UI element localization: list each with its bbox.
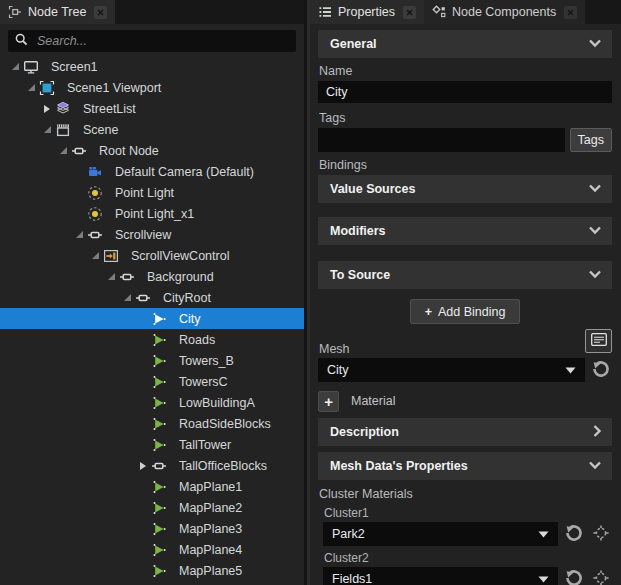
tab-node-tree[interactable]: Node Tree <box>0 0 115 24</box>
tree-row-background[interactable]: Background <box>0 266 304 287</box>
node-tree-icon <box>8 5 22 19</box>
tree-row-cityroot[interactable]: CityRoot <box>0 287 304 308</box>
tree-row-scrollview[interactable]: Scrollview <box>0 224 304 245</box>
tree-row-mapplane5[interactable]: MapPlane5 <box>0 560 304 581</box>
description-section-header[interactable]: Description <box>318 418 612 446</box>
tree-node-label: RoadSideBlocks <box>179 417 271 431</box>
node-tree-search[interactable] <box>8 30 296 52</box>
collapsed-arrow-icon[interactable] <box>136 462 150 470</box>
light-icon <box>86 206 104 222</box>
chevron-down-icon <box>588 182 602 196</box>
add-material-button[interactable]: + <box>318 391 339 412</box>
tree-row-point-light[interactable]: Point Light <box>0 182 304 203</box>
tree-row-mapplane2[interactable]: MapPlane2 <box>0 497 304 518</box>
tree-row-screen1[interactable]: Screen1 <box>0 56 304 77</box>
expanded-arrow-icon[interactable] <box>72 231 86 238</box>
expanded-arrow-icon[interactable] <box>24 84 38 91</box>
tree-node-label: TowersC <box>179 375 228 389</box>
tree-row-talltower[interactable]: TallTower <box>0 434 304 455</box>
mesh-panel-button[interactable] <box>585 329 612 353</box>
mesh-icon <box>150 416 168 432</box>
screen-icon <box>22 59 40 75</box>
revert-mesh-button[interactable] <box>590 359 612 381</box>
mesh-data-header-label: Mesh Data's Properties <box>330 459 468 473</box>
tree-node-label: CityRoot <box>163 291 211 305</box>
tree-row-roadsideblocks[interactable]: RoadSideBlocks <box>0 413 304 434</box>
tree-row-mapplane3[interactable]: MapPlane3 <box>0 518 304 539</box>
chevron-down-icon <box>588 459 602 473</box>
tags-button[interactable]: Tags <box>570 128 612 152</box>
viewport-icon <box>38 80 56 96</box>
tree-row-streetlist[interactable]: StreetList <box>0 98 304 119</box>
tree-node-label: TallOfficeBlocks <box>179 459 267 473</box>
node-components-icon <box>432 5 446 19</box>
dropdown-arrow-icon <box>565 363 576 377</box>
general-section-header[interactable]: General <box>318 30 612 58</box>
tree-row-city[interactable]: City <box>0 308 304 329</box>
expanded-arrow-icon[interactable] <box>8 63 22 70</box>
mesh-icon <box>150 437 168 453</box>
mesh-icon <box>150 311 168 327</box>
tags-field[interactable] <box>318 128 565 152</box>
mesh-dropdown-value: City <box>327 363 565 377</box>
close-icon[interactable] <box>403 6 416 19</box>
tab-node-components[interactable]: Node Components <box>424 0 585 24</box>
mesh-icon <box>150 563 168 579</box>
mesh-icon <box>150 542 168 558</box>
tree-row-scene1-viewport[interactable]: Scene1 Viewport <box>0 77 304 98</box>
expanded-arrow-icon[interactable] <box>88 252 102 259</box>
cluster1-material-value: Park2 <box>332 527 538 541</box>
close-icon[interactable] <box>564 6 577 19</box>
tree-row-towers-b[interactable]: Towers_B <box>0 350 304 371</box>
tree-node-label: MapPlane4 <box>179 543 242 557</box>
tree-row-tallofficeblocks[interactable]: TallOfficeBlocks <box>0 455 304 476</box>
tree-row-towersc[interactable]: TowersC <box>0 371 304 392</box>
node-icon <box>118 269 136 285</box>
tree-node-label: Towers_B <box>179 354 234 368</box>
tree-row-default-camera-default-[interactable]: Default Camera (Default) <box>0 161 304 182</box>
name-field[interactable] <box>318 81 612 103</box>
tree-row-lowbuildinga[interactable]: LowBuildingA <box>0 392 304 413</box>
tree-row-point-light-x1[interactable]: Point Light_x1 <box>0 203 304 224</box>
revert-cluster2-button[interactable] <box>563 568 585 585</box>
revert-cluster1-button[interactable] <box>563 523 585 545</box>
tree-row-scrollviewcontrol[interactable]: ScrollViewControl <box>0 245 304 266</box>
value-sources-section-header[interactable]: Value Sources <box>318 175 612 203</box>
cluster-materials-label: Cluster Materials <box>319 487 611 501</box>
mesh-data-section-header[interactable]: Mesh Data's Properties <box>318 452 612 480</box>
add-binding-button[interactable]: + Add Binding <box>410 299 521 324</box>
cluster2-material-dropdown[interactable]: Fields1 <box>323 567 558 585</box>
to-source-section-header[interactable]: To Source <box>318 261 612 289</box>
tree-row-root-node[interactable]: Root Node <box>0 140 304 161</box>
tree-row-roads[interactable]: Roads <box>0 329 304 350</box>
expanded-arrow-icon[interactable] <box>56 147 70 154</box>
tab-node-components-label: Node Components <box>452 5 556 19</box>
chevron-right-icon <box>593 424 602 441</box>
expanded-arrow-icon[interactable] <box>120 294 134 301</box>
tree-row-mapplane1[interactable]: MapPlane1 <box>0 476 304 497</box>
search-input[interactable] <box>35 33 289 49</box>
crosshair-icon <box>592 569 610 585</box>
modifiers-section-header[interactable]: Modifiers <box>318 217 612 245</box>
close-icon[interactable] <box>94 6 107 19</box>
locate-cluster1-button[interactable] <box>590 523 612 545</box>
tree-node-label: StreetList <box>83 102 136 116</box>
cluster1-material-dropdown[interactable]: Park2 <box>323 522 558 546</box>
modifiers-header-label: Modifiers <box>330 224 386 238</box>
expanded-arrow-icon[interactable] <box>40 126 54 133</box>
layers-icon <box>54 101 72 117</box>
expanded-arrow-icon[interactable] <box>104 273 118 280</box>
mesh-dropdown[interactable]: City <box>318 358 585 382</box>
tree-row-scene[interactable]: Scene <box>0 119 304 140</box>
mesh-icon <box>150 374 168 390</box>
tree-row-mapplane4[interactable]: MapPlane4 <box>0 539 304 560</box>
tree-node-label: LowBuildingA <box>179 396 255 410</box>
collapsed-arrow-icon[interactable] <box>40 105 54 113</box>
chevron-down-icon <box>588 224 602 238</box>
tree-node-label: City <box>179 312 201 326</box>
locate-cluster2-button[interactable] <box>590 568 612 585</box>
tab-properties[interactable]: Properties <box>310 0 424 24</box>
description-header-label: Description <box>330 425 399 439</box>
tree-node-label: MapPlane1 <box>179 480 242 494</box>
mesh-icon <box>150 332 168 348</box>
